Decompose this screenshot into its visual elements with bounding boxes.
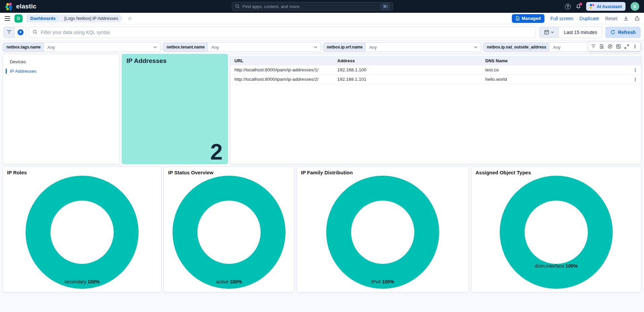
duplicate-button[interactable]: Duplicate <box>579 16 599 21</box>
link-devices[interactable]: Devices <box>10 59 119 64</box>
chart-panel-ip-family-distribution: IP Family Distribution IPv4 100% <box>297 167 469 292</box>
share-icon[interactable] <box>635 16 640 21</box>
download-icon[interactable] <box>623 16 629 21</box>
reset-button[interactable]: Reset <box>605 16 617 21</box>
chevron-down-icon <box>314 46 317 48</box>
search-icon <box>33 30 38 35</box>
cell-url: http://localhost:8000/ipam/ip-addresses/… <box>234 67 337 72</box>
search-shortcut-badge: ⌘/ <box>381 3 390 10</box>
top-nav: elastic ⌘/ ? AI Assistant E <box>0 0 644 13</box>
ai-assistant-icon <box>590 4 595 9</box>
cell-address: 192.168.1.101 <box>337 77 485 82</box>
managed-badge[interactable]: Managed <box>512 14 544 23</box>
breadcrumb-dashboards[interactable]: Dashboards <box>27 14 61 23</box>
chart-title: Assigned Object Types <box>476 170 531 175</box>
chevron-down-icon <box>153 46 157 48</box>
metric-value: 2 <box>210 140 223 164</box>
dashboard-controls: netbox.tags.name Any netbox.tenant.name … <box>3 42 641 52</box>
table-row: http://localhost:8000/ipam/ip-addresses/… <box>230 65 641 75</box>
inspect-icon[interactable] <box>599 44 604 49</box>
row-actions-icon[interactable]: ⋮ <box>630 77 641 82</box>
favorite-star-icon[interactable]: ☆ <box>127 15 132 22</box>
full-screen-button[interactable]: Full screen <box>551 16 573 21</box>
chart-title: IP Status Overview <box>168 170 214 175</box>
help-icon[interactable]: ? <box>565 4 571 9</box>
kql-filter-input[interactable] <box>41 30 532 35</box>
ip-addresses-table-panel: URL Address DNS Name http://localhost:80… <box>230 54 641 164</box>
donut-label: secondary 100% <box>26 279 139 284</box>
search-icon <box>235 4 240 9</box>
control-netbox-tenant-name[interactable]: netbox.tenant.name Any <box>163 42 321 52</box>
column-header-address[interactable]: Address <box>337 58 485 63</box>
user-avatar[interactable]: E <box>631 2 639 11</box>
ai-assistant-button[interactable]: AI Assistant <box>586 2 626 11</box>
explore-data-icon[interactable] <box>616 44 621 49</box>
refresh-icon <box>610 30 615 35</box>
breadcrumb-current-dashboard: [Logs Netbox] IP Addresses <box>59 14 123 23</box>
cell-dns: test.co <box>485 67 630 72</box>
chart-panel-ip-status-overview: IP Status Overview active 100% <box>164 167 294 292</box>
chart-title: IP Family Distribution <box>301 170 353 175</box>
add-filter-button[interactable]: + <box>15 27 26 38</box>
notification-dot <box>579 3 582 5</box>
plus-icon: + <box>17 29 24 35</box>
kql-search-box[interactable] <box>29 27 536 38</box>
metric-panel-ip-addresses[interactable]: IP Addresses 2 <box>122 54 228 164</box>
elastic-logo-icon <box>5 2 13 11</box>
donut-chart-ip-status[interactable]: active 100% <box>173 176 286 289</box>
donut-label: dcim.interface 100% <box>500 263 613 269</box>
dashboard-grid: Devices IP Addresses IP Addresses 2 URL … <box>0 52 644 292</box>
cell-url: http://localhost:8000/ipam/ip-addresses/… <box>234 77 337 82</box>
query-bar: + Last 15 minutes Refresh <box>0 24 644 40</box>
chevron-down-icon <box>551 31 554 33</box>
links-panel: Devices IP Addresses <box>3 54 120 164</box>
panel-hover-toolbar: ⋮ <box>588 42 641 51</box>
global-search[interactable]: ⌘/ <box>232 2 393 11</box>
control-netbox-tags-name[interactable]: netbox.tags.name Any <box>3 42 161 52</box>
time-picker: Last 15 minutes <box>539 27 603 38</box>
time-range-label[interactable]: Last 15 minutes <box>559 27 602 38</box>
metric-title: IP Addresses <box>126 57 166 65</box>
maximize-icon[interactable] <box>624 44 629 49</box>
donut-label: active 100% <box>173 279 286 284</box>
explore-compass-icon[interactable] <box>608 44 612 49</box>
refresh-button[interactable]: Refresh <box>605 27 641 38</box>
chart-panel-ip-roles: IP Roles secondary 100% <box>3 167 161 292</box>
menu-icon[interactable] <box>4 16 10 21</box>
donut-chart-ip-roles[interactable]: secondary 100% <box>26 176 139 289</box>
brand-name: elastic <box>16 3 37 10</box>
panel-options-icon[interactable]: ⋮ <box>633 44 637 49</box>
breadcrumb: Dashboards [Logs Netbox] IP Addresses <box>27 14 123 23</box>
saved-query-filter-icon[interactable] <box>4 27 15 38</box>
chevron-down-icon <box>474 46 478 48</box>
table-header-row: URL Address DNS Name <box>230 56 641 65</box>
panel-filter-icon[interactable] <box>591 44 596 48</box>
chart-title: IP Roles <box>7 170 27 175</box>
control-netbox-ip-vrf-name[interactable]: netbox.ip.vrf.name Any <box>323 42 481 52</box>
elastic-brand[interactable]: elastic <box>5 2 37 11</box>
donut-chart-assigned-object-types[interactable]: dcim.interface 100% <box>500 176 613 289</box>
table-row: http://localhost:8000/ipam/ip-addresses/… <box>230 75 641 84</box>
row-actions-icon[interactable]: ⋮ <box>630 68 641 72</box>
link-ip-addresses[interactable]: IP Addresses <box>6 69 119 74</box>
chart-panel-assigned-object-types: Assigned Object Types dcim.interface 100… <box>471 167 641 292</box>
column-header-url[interactable]: URL <box>234 58 337 63</box>
donut-chart-ip-family[interactable]: IPv4 100% <box>326 176 439 289</box>
space-badge[interactable]: D <box>14 14 23 23</box>
notifications-button[interactable] <box>576 4 581 9</box>
cell-address: 192.168.1.100 <box>337 67 485 72</box>
filter-group: + <box>3 27 26 38</box>
cell-dns: hello.world <box>485 77 630 82</box>
app-bar: D Dashboards [Logs Netbox] IP Addresses … <box>0 13 644 24</box>
calendar-dropdown-button[interactable] <box>539 27 559 38</box>
donut-label: IPv4 100% <box>326 279 439 284</box>
column-header-dns-name[interactable]: DNS Name <box>485 58 630 63</box>
global-search-input[interactable] <box>242 4 378 9</box>
